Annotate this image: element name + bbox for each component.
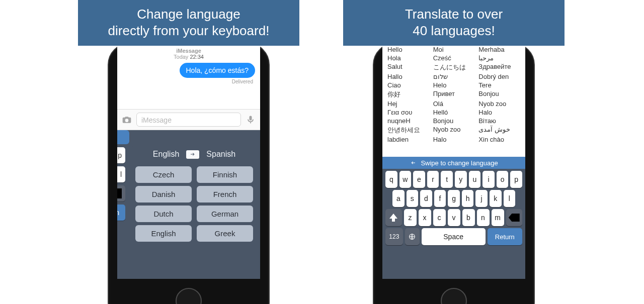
- globe-icon: [408, 233, 416, 241]
- language-header: English Spanish: [135, 147, 253, 161]
- phone-frame-right: HelloMoiMerhabaHolaCześćمرحباSalutこんにちはЗ…: [373, 43, 535, 304]
- key-w[interactable]: w: [399, 171, 412, 188]
- key-p[interactable]: p: [510, 171, 522, 188]
- key-d[interactable]: d: [420, 190, 432, 207]
- greeting-cell: Привет: [433, 90, 477, 99]
- phone-screen-right: HelloMoiMerhabaHolaCześćمرحباSalutこんにちはЗ…: [382, 44, 525, 279]
- key-k[interactable]: k: [490, 190, 502, 207]
- sent-message-bubble: Hola, ¿cómo estás?: [180, 63, 256, 78]
- lang-option[interactable]: Finnish: [197, 166, 253, 183]
- lang-option[interactable]: Czech: [135, 166, 192, 183]
- lang-option[interactable]: Danish: [135, 186, 192, 202]
- banner-line2: directly from your keyboard!: [83, 23, 294, 39]
- thread-app-label: iMessage: [117, 48, 260, 54]
- greeting-cell: Hallo: [387, 73, 431, 80]
- greeting-cell: Moi: [433, 46, 477, 53]
- message-thread: iMessage Today 22:34 Hola, ¿cómo estás? …: [117, 48, 260, 84]
- backspace-icon: [509, 214, 520, 222]
- greeting-cell: Nyob zoo: [478, 100, 522, 108]
- greeting-cell: Γεια σου: [387, 109, 431, 116]
- lang-option[interactable]: French: [197, 186, 253, 202]
- lang-option[interactable]: Greek: [197, 225, 253, 242]
- banner-line2: 40 languages!: [348, 23, 559, 39]
- globe-key[interactable]: [405, 228, 420, 245]
- greeting-cell: Cześć: [433, 54, 477, 62]
- numbers-key[interactable]: 123: [385, 228, 403, 245]
- key-v[interactable]: v: [448, 209, 460, 226]
- key-o[interactable]: o: [497, 171, 509, 188]
- keyboard-row-bottom: 123 Space Return: [382, 226, 525, 248]
- greeting-cell: Здравейте: [478, 63, 522, 72]
- keyboard-edge-column: p l eturn: [117, 144, 127, 221]
- key-m[interactable]: m: [492, 209, 504, 226]
- key-a[interactable]: a: [392, 190, 405, 207]
- greeting-cell: Bonjou: [433, 117, 477, 125]
- key-e[interactable]: e: [413, 171, 425, 188]
- keyboard-row-2: asdfghjkl: [382, 188, 525, 207]
- keyboard-right: Swipe to change language qwertyuiop asdf…: [382, 157, 525, 279]
- home-button[interactable]: [176, 288, 202, 304]
- greeting-cell: Halo: [433, 136, 477, 143]
- key-u[interactable]: u: [469, 171, 481, 188]
- greeting-cell: Xin chào: [478, 136, 522, 143]
- lang-to-label: Spanish: [206, 150, 235, 159]
- space-key[interactable]: Space: [422, 228, 486, 245]
- key-i[interactable]: i: [482, 171, 495, 188]
- keyboard-accent-bar: [117, 130, 129, 144]
- greeting-cell: Olá: [433, 100, 477, 108]
- keyboard-row-3: zxcvbnm: [382, 207, 525, 226]
- banner-line1: Change language: [83, 6, 294, 23]
- key-g[interactable]: g: [448, 190, 460, 207]
- keyboard-left: p l eturn English Spanish: [117, 130, 260, 279]
- return-key[interactable]: eturn: [117, 205, 125, 221]
- arrow-right-icon: [186, 150, 199, 159]
- key-h[interactable]: h: [462, 190, 474, 207]
- key-b[interactable]: b: [462, 209, 475, 226]
- key-t[interactable]: t: [441, 171, 453, 188]
- greeting-cell: nuqneH: [387, 117, 431, 125]
- compose-input[interactable]: iMessage: [136, 113, 241, 127]
- lang-option[interactable]: Dutch: [135, 206, 192, 222]
- home-button[interactable]: [441, 288, 467, 304]
- key-y[interactable]: y: [455, 171, 467, 188]
- greeting-cell: Hej: [387, 100, 431, 108]
- key-n[interactable]: n: [477, 209, 490, 226]
- backspace-key[interactable]: [506, 209, 523, 226]
- lang-option[interactable]: German: [197, 206, 253, 222]
- camera-icon[interactable]: [121, 114, 132, 125]
- key-x[interactable]: x: [419, 209, 431, 226]
- greeting-cell: Nyob zoo: [433, 126, 477, 135]
- greeting-cell: שלום: [433, 73, 477, 80]
- shift-key[interactable]: [385, 209, 402, 226]
- greeting-cell: Merhaba: [478, 46, 522, 53]
- key-c[interactable]: c: [433, 209, 446, 226]
- return-key[interactable]: Return: [488, 228, 522, 245]
- greeting-cell: Bonjou: [478, 90, 522, 99]
- backspace-key[interactable]: [117, 185, 125, 201]
- microphone-icon[interactable]: [245, 114, 256, 125]
- greeting-cell: Tere: [478, 81, 522, 89]
- lang-col-left: Czech Danish Dutch English: [135, 163, 192, 242]
- greeting-cell: Hello: [387, 46, 431, 53]
- backspace-icon: [117, 188, 122, 198]
- swipe-hint-bar[interactable]: Swipe to change language: [382, 157, 525, 169]
- keyboard-row-1: qwertyuiop: [382, 169, 525, 188]
- key-l[interactable]: l: [504, 190, 516, 207]
- key-p[interactable]: p: [117, 147, 125, 163]
- shift-icon: [389, 214, 397, 222]
- key-j[interactable]: j: [475, 190, 488, 207]
- key-l[interactable]: l: [117, 166, 125, 182]
- key-z[interactable]: z: [404, 209, 417, 226]
- greeting-cell: مرحبا: [478, 54, 522, 62]
- lang-option[interactable]: English: [135, 225, 192, 242]
- banner-line1: Translate to over: [348, 6, 559, 23]
- greeting-cell: Dobrý den: [478, 73, 522, 80]
- key-q[interactable]: q: [385, 171, 397, 188]
- key-r[interactable]: r: [427, 171, 439, 188]
- key-s[interactable]: s: [407, 190, 419, 207]
- greeting-cell: Hola: [387, 54, 431, 62]
- greeting-cell: Ciao: [387, 81, 431, 89]
- greeting-cell: Вітаю: [478, 117, 522, 125]
- key-f[interactable]: f: [434, 190, 446, 207]
- greeting-cell: Helo: [433, 81, 477, 89]
